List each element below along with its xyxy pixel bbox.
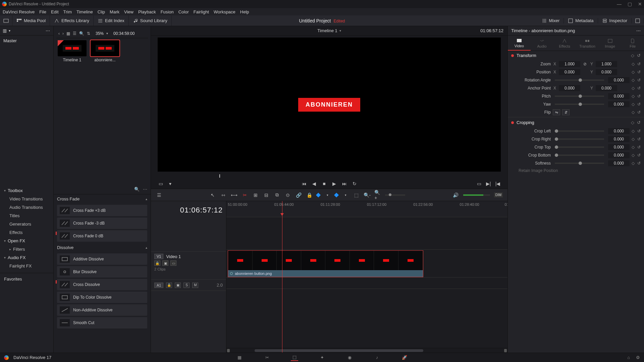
section-cropping[interactable]: Cropping◇↺: [508, 118, 644, 127]
pitch-slider[interactable]: [555, 96, 604, 97]
fx-item[interactable]: Dip To Color Dissolve: [57, 292, 147, 303]
blade-tool-icon[interactable]: ✂: [241, 192, 248, 198]
crop-top-input[interactable]: 0.000: [608, 144, 630, 150]
chevron-down-icon[interactable]: ▾: [9, 29, 10, 33]
search-icon[interactable]: 🔍: [134, 187, 140, 192]
timeline-ruler[interactable]: 51:00:00:00 01:05:44:00 01:11:28:00 01:1…: [226, 201, 507, 217]
crop-bottom-input[interactable]: 0.000: [608, 152, 630, 158]
menu-playback[interactable]: Playback: [138, 9, 156, 14]
fx-item[interactable]: Additive Dissolve: [57, 253, 147, 265]
fx-item[interactable]: Non-Additive Dissolve: [57, 304, 147, 316]
menu-file[interactable]: File: [39, 9, 46, 14]
anchor-x-input[interactable]: 0.000: [559, 85, 580, 91]
viewer-title[interactable]: Timeline 1: [317, 28, 337, 33]
auto-select-icon[interactable]: ▣: [175, 283, 181, 288]
chevron-down-icon[interactable]: ▾: [339, 29, 341, 33]
marker-icon[interactable]: [334, 192, 339, 197]
reset-icon[interactable]: ↺: [637, 62, 641, 66]
volume-icon[interactable]: 🔊: [452, 192, 459, 198]
flip-v-button[interactable]: ⇵: [562, 109, 570, 115]
crop-softness-slider[interactable]: [555, 163, 604, 164]
link-icon[interactable]: 🔗: [295, 192, 302, 198]
stop-icon[interactable]: ■: [321, 181, 327, 186]
fx-item[interactable]: Cross Dissolve: [57, 279, 147, 290]
overwrite-icon[interactable]: ⊟: [263, 192, 270, 198]
chevron-down-icon[interactable]: ▾: [106, 32, 108, 35]
menu-clip[interactable]: Clip: [98, 9, 105, 14]
keyframe-icon[interactable]: ◇: [632, 62, 635, 66]
menu-fusion[interactable]: Fusion: [161, 9, 174, 14]
page-media[interactable]: ▦: [236, 354, 243, 361]
tab-image[interactable]: Image: [599, 36, 622, 51]
chevron-down-icon[interactable]: ▾: [167, 181, 173, 186]
panel-menu-icon[interactable]: ⋯: [46, 28, 51, 33]
menu-color[interactable]: Color: [178, 9, 189, 14]
tracks-canvas[interactable]: 51:00:00:00 01:05:44:00 01:11:28:00 01:1…: [226, 201, 507, 353]
yaw-slider[interactable]: [555, 104, 604, 105]
audiofx-header[interactable]: ▾Audio FX: [0, 253, 53, 262]
lock-track-icon[interactable]: 🔒: [166, 283, 172, 288]
edit-index-button[interactable]: Edit Index: [94, 15, 129, 26]
fullscreen-icon[interactable]: [632, 18, 644, 23]
menu-fairlight[interactable]: Fairlight: [194, 9, 209, 14]
menu-workspace[interactable]: Workspace: [214, 9, 235, 14]
filters[interactable]: ▸Filters: [0, 245, 53, 253]
media-pool-button[interactable]: Media Pool: [12, 15, 50, 26]
anchor-y-input[interactable]: 0.000: [596, 85, 617, 91]
tab-transition[interactable]: Transition: [576, 36, 599, 51]
pitch-input[interactable]: 0.000: [608, 93, 630, 99]
go-start-icon[interactable]: |◀: [495, 181, 501, 186]
sound-library-button[interactable]: Sound Library: [129, 15, 172, 26]
fx-item[interactable]: Cross Fade -3 dB: [57, 218, 147, 229]
page-edit[interactable]: ⬚: [291, 354, 298, 361]
chevron-down-icon[interactable]: ▾: [342, 192, 349, 198]
fx-item[interactable]: Cross Fade +3 dB: [57, 205, 147, 216]
rotation-slider[interactable]: [555, 79, 604, 81]
list-view-icon[interactable]: ☰: [73, 31, 76, 36]
audio-track-1[interactable]: [226, 278, 507, 289]
chevron-down-icon[interactable]: ▾: [324, 192, 331, 198]
toolbox-header[interactable]: ▾Toolbox: [0, 186, 53, 195]
crop-left-slider[interactable]: [555, 130, 604, 132]
solo-icon[interactable]: S: [183, 283, 190, 288]
category-dissolve[interactable]: Dissolve▴: [54, 243, 151, 252]
category-crossfade[interactable]: Cross Fade▴: [54, 194, 151, 203]
titles[interactable]: Titles: [0, 212, 53, 220]
thumb-view-icon[interactable]: ▦: [66, 31, 70, 36]
video-transitions[interactable]: Video Transitions: [0, 195, 53, 203]
tab-video[interactable]: Video: [508, 36, 531, 51]
layout-icon[interactable]: [0, 15, 12, 26]
lock-icon[interactable]: 🔒: [306, 192, 313, 198]
effects[interactable]: Effects: [0, 228, 53, 237]
page-deliver[interactable]: 🚀: [401, 354, 408, 361]
page-color[interactable]: ◉: [346, 354, 353, 361]
auto-select-icon[interactable]: ▣: [162, 260, 168, 266]
mini-scrubber[interactable]: [158, 174, 501, 178]
minimize-icon[interactable]: —: [617, 1, 622, 7]
bin-master[interactable]: Master: [0, 36, 53, 46]
zoom-y-input[interactable]: 1.000: [596, 61, 617, 67]
fx-item[interactable]: Cross Fade 0 dB: [57, 230, 147, 242]
menu-trim[interactable]: Trim: [63, 9, 72, 14]
go-end-icon[interactable]: ▶|: [485, 181, 491, 186]
menu-help[interactable]: Help: [240, 9, 249, 14]
section-transform[interactable]: Transform◇↺: [508, 51, 644, 60]
crop-top-slider[interactable]: [555, 146, 604, 148]
crop-softness-input[interactable]: 0.000: [608, 160, 630, 166]
settings-icon[interactable]: ⚙: [636, 355, 640, 360]
selection-tool-icon[interactable]: ↖: [209, 192, 216, 198]
match-frame-icon[interactable]: ▭: [476, 181, 482, 186]
clip-thumbnail[interactable]: abonniere...: [91, 40, 119, 62]
replace-icon[interactable]: ⧉: [274, 192, 280, 198]
panel-menu-icon[interactable]: ⋯: [636, 28, 641, 33]
video-track-1[interactable]: abonnieren button.png: [226, 249, 507, 278]
effects-library-button[interactable]: Effects Library: [50, 15, 94, 26]
bin-view-icon[interactable]: ▥: [3, 28, 7, 33]
zoom-range-icon[interactable]: ⬚: [353, 192, 360, 198]
page-cut[interactable]: ✂: [263, 354, 271, 361]
tab-effects[interactable]: Effects: [553, 36, 576, 51]
menu-view[interactable]: View: [124, 9, 133, 14]
tab-file[interactable]: File: [621, 36, 644, 51]
jump-last-icon[interactable]: ⏭: [341, 181, 347, 186]
link-xy-icon[interactable]: ⊘: [582, 62, 588, 66]
